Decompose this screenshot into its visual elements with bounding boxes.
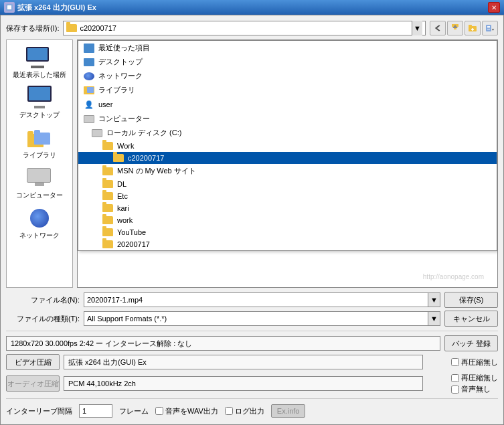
local-disk-icon-sm	[92, 129, 102, 137]
file-list-container: 名前 更新日時 サイズ 種類 このフォルダーは空です。 http://aonop…	[77, 39, 498, 288]
cancel-button[interactable]: キャンセル	[444, 311, 498, 327]
filename-input-container: ▼	[84, 292, 440, 307]
divider2	[6, 398, 498, 399]
sidebar-item-library-label: ライブラリ	[23, 151, 56, 159]
no-audio-check[interactable]	[451, 386, 459, 394]
dropdown-item-user[interactable]: 👤user	[78, 97, 497, 112]
app-icon	[4, 2, 15, 13]
no-recompress-audio-check[interactable]	[451, 374, 459, 382]
dropdown-item-work[interactable]: Work	[78, 140, 497, 152]
log-output-check[interactable]	[225, 407, 233, 415]
location-select[interactable]: c20200717 ▼	[63, 21, 426, 35]
dropdown-item-label: コンピューター	[98, 114, 150, 124]
title-bar: 拡張 x264 出力(GUI) Ex ✕	[0, 0, 504, 15]
divider1	[6, 331, 498, 331]
dropdown-item-dl[interactable]: DL	[78, 178, 497, 190]
svg-rect-10	[487, 27, 490, 28]
dropdown-item-computer[interactable]: コンピューター	[78, 112, 497, 126]
sidebar-item-network-label: ネットワーク	[19, 232, 60, 240]
filetype-input[interactable]	[84, 311, 428, 326]
sidebar-item-desktop-label: デスクトップ	[19, 111, 60, 119]
no-audio-label: 音声無し	[461, 384, 491, 394]
audio-codec-row: オーディオ圧縮 PCM 44,100kHz 2ch 再圧縮無し 音声無し	[6, 373, 498, 394]
dropdown-item-label: デスクトップ	[98, 57, 143, 67]
window-title: 拡張 x264 出力(GUI) Ex	[17, 3, 96, 13]
svg-rect-11	[487, 29, 490, 29]
bottom-section: ファイル名(N): ▼ 保存(S) ファイルの種類(T): ▼ キャンセル 12…	[6, 292, 498, 419]
batch-button[interactable]: バッチ 登録	[444, 335, 498, 351]
dropdown-item-label: MSN の My Web サイト	[117, 166, 196, 176]
svg-rect-9	[487, 26, 490, 27]
dropdown-item-youtube[interactable]: YouTube	[78, 226, 497, 238]
svg-rect-5	[469, 25, 472, 27]
up-button[interactable]	[447, 21, 463, 35]
folder-icon-sm	[102, 240, 113, 248]
dropdown-item-work2[interactable]: work	[78, 214, 497, 226]
desktop-icon	[26, 86, 53, 110]
dropdown-item-label: c20200717	[128, 154, 164, 162]
wav-output-label: 音声をWAV出力	[165, 406, 218, 416]
dropdown-item-label: kari	[117, 204, 129, 212]
log-output-label: ログ出力	[235, 406, 264, 416]
dropdown-item-label: Etc	[117, 192, 128, 200]
sidebar-item-recent[interactable]: 最近表示した場所	[9, 43, 70, 82]
sidebar-item-computer[interactable]: コンピューター	[9, 163, 70, 202]
folder-icon-sm	[102, 216, 113, 224]
sidebar-item-desktop[interactable]: デスクトップ	[9, 83, 70, 122]
no-recompress-video-checkbox[interactable]: 再圧縮無し	[451, 357, 498, 367]
folder-icon-sm	[102, 192, 113, 200]
dropdown-item-msn[interactable]: MSN の My Web サイト	[78, 164, 497, 178]
dropdown-item-label: work	[117, 216, 133, 224]
no-audio-checkbox[interactable]: 音声無し	[451, 384, 498, 394]
exinfo-button[interactable]: Ex.info	[271, 404, 306, 418]
sidebar-item-network[interactable]: ネットワーク	[9, 203, 70, 242]
no-recompress-video-check[interactable]	[451, 358, 459, 366]
computer-icon	[26, 166, 53, 190]
dropdown-item-local_disk[interactable]: ローカル ディスク (C:)	[78, 126, 497, 140]
info-bar: 1280x720 30.000fps 2:42 ー インターレース解除 : なし…	[6, 335, 498, 351]
dropdown-item-recent[interactable]: 最近使った項目	[78, 41, 497, 55]
sidebar: 最近表示した場所 デスクトップ ライブラリ	[6, 39, 73, 288]
folder-icon-sm	[102, 228, 113, 236]
no-recompress-audio-checkbox[interactable]: 再圧縮無し	[451, 373, 498, 383]
filename-input[interactable]	[84, 292, 428, 307]
dropdown-item-etc[interactable]: Etc	[78, 190, 497, 202]
location-bar: 保存する場所(I): c20200717 ▼	[6, 21, 498, 35]
close-button[interactable]: ✕	[488, 2, 500, 13]
content-area: 最近表示した場所 デスクトップ ライブラリ	[6, 39, 498, 288]
new-folder-button[interactable]	[465, 21, 481, 35]
recent-icon-sm	[84, 44, 94, 53]
dropdown-item-label: YouTube	[117, 228, 146, 236]
view-menu-button[interactable]	[482, 21, 498, 35]
interleave-label: インターリーブ間隔	[6, 406, 72, 416]
folder-icon-sm	[113, 154, 124, 162]
dropdown-item-c20200717[interactable]: c20200717	[78, 152, 497, 164]
dialog: 保存する場所(I): c20200717 ▼	[0, 15, 504, 425]
wav-output-check[interactable]	[155, 407, 163, 415]
save-button[interactable]: 保存(S)	[444, 292, 498, 308]
dropdown-item-c20200717_2[interactable]: 20200717	[78, 238, 497, 250]
interleave-input[interactable]	[79, 404, 112, 418]
back-button[interactable]	[430, 21, 446, 35]
filetype-label: ファイルの種類(T):	[6, 314, 80, 324]
dropdown-item-label: ライブラリ	[98, 85, 135, 95]
dropdown-item-library[interactable]: ライブラリ	[78, 83, 497, 97]
options-row: インターリーブ間隔 フレーム 音声をWAV出力 ログ出力 Ex.info	[6, 403, 498, 419]
dropdown-item-desktop[interactable]: デスクトップ	[78, 55, 497, 69]
file-toolbar	[430, 21, 498, 35]
log-output-checkbox[interactable]: ログ出力	[225, 406, 264, 416]
sidebar-item-computer-label: コンピューター	[16, 191, 63, 199]
dropdown-item-kari[interactable]: kari	[78, 202, 497, 214]
dropdown-item-network[interactable]: ネットワーク	[78, 69, 497, 83]
filetype-dropdown-btn[interactable]: ▼	[428, 311, 440, 326]
audio-compress-button[interactable]: オーディオ圧縮	[6, 375, 60, 392]
interleave-unit: フレーム	[119, 406, 149, 416]
library-icon	[26, 126, 53, 150]
filename-dropdown-btn[interactable]: ▼	[428, 292, 440, 307]
dropdown-item-label: 最近使った項目	[98, 43, 150, 53]
wav-output-checkbox[interactable]: 音声をWAV出力	[155, 406, 218, 416]
location-dropdown-arrow[interactable]: ▼	[412, 21, 422, 35]
net-icon-sm	[84, 72, 94, 80]
video-compress-button[interactable]: ビデオ圧縮	[6, 354, 60, 370]
sidebar-item-library[interactable]: ライブラリ	[9, 123, 70, 162]
